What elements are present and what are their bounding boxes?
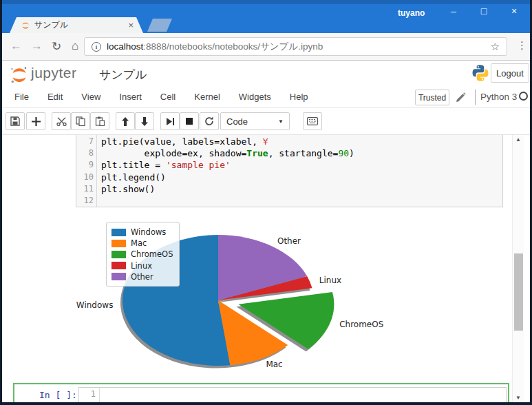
legend-swatch	[111, 262, 126, 269]
pie-label-mac: Mac	[266, 360, 282, 369]
run-cell-button[interactable]	[160, 112, 180, 130]
window-minimize-button[interactable]: –	[446, 6, 461, 17]
browser-profile-label: tuyano	[398, 8, 425, 18]
browser-tab[interactable]: サンプル ×	[10, 17, 143, 33]
page-scrollbar[interactable]: ▲ ▼	[512, 135, 524, 402]
code-line: plt.pie(value, labels=xlabel, ¥	[101, 136, 502, 147]
legend-label: Linux	[131, 261, 152, 271]
new-tab-button[interactable]	[147, 19, 172, 32]
interrupt-kernel-button[interactable]	[180, 112, 199, 130]
menu-item-widgets[interactable]: Widgets	[239, 92, 271, 102]
legend-label: ChromeOS	[131, 249, 173, 259]
legend-label: Windows	[131, 227, 166, 237]
cell-type-select[interactable]: Code ▼	[220, 112, 290, 130]
reload-icon[interactable]: ↻	[52, 39, 61, 54]
paste-cell-button[interactable]	[90, 112, 109, 130]
menu-item-cell[interactable]: Cell	[160, 92, 175, 102]
jupyter-toolbar: Code ▼	[2, 108, 530, 135]
tab-title: サンプル	[34, 19, 128, 31]
url-bar[interactable]: i localhost:8888/notebooks/notebooks/サンプ…	[84, 37, 507, 56]
legend-row: Other	[111, 271, 173, 282]
jupyter-menubar: FileEditViewInsertCellKernelWidgetsHelp …	[2, 87, 530, 108]
restart-kernel-button[interactable]	[200, 112, 219, 130]
legend-swatch	[111, 251, 126, 258]
jupyter-header: jupyter サンプル Logout	[2, 61, 530, 87]
url-text[interactable]: localhost:8888/notebooks/notebooks/サンプル.…	[107, 41, 487, 53]
copy-cell-button[interactable]	[71, 112, 90, 130]
jupyter-logo-word[interactable]: jupyter	[31, 65, 77, 81]
command-palette-button[interactable]	[303, 112, 322, 130]
move-up-icon	[121, 117, 129, 126]
pie-label-windows: Windows	[76, 300, 114, 310]
kernel-status-icon	[519, 92, 528, 101]
code-line: explode=ex, shadow=True, startangle=90)	[101, 147, 502, 159]
scroll-up-icon[interactable]: ▲	[513, 136, 524, 143]
scrollbar-thumb[interactable]	[514, 253, 523, 331]
copy-icon	[76, 116, 85, 126]
code-line: plt.legend()	[101, 172, 502, 183]
run-icon	[166, 117, 175, 126]
add-cell-icon	[32, 117, 41, 126]
edit-pencil-icon[interactable]	[456, 92, 466, 103]
forward-icon[interactable]: →	[31, 39, 43, 53]
save-icon	[10, 116, 20, 126]
tab-close-icon[interactable]: ×	[128, 21, 134, 30]
legend-row: ChromeOS	[111, 249, 173, 260]
url-path: :8888/notebooks/notebooks/サンプル.ipynb	[143, 41, 323, 52]
cell-prompt: In [ ]:	[39, 390, 77, 400]
legend-label: Mac	[131, 238, 147, 248]
menu-item-view[interactable]: View	[81, 92, 100, 102]
paste-icon	[95, 116, 105, 126]
legend-swatch	[111, 229, 126, 236]
bookmark-star-icon[interactable]: ☆	[491, 41, 500, 53]
home-icon[interactable]: ⌂	[72, 39, 78, 53]
legend-row: Linux	[111, 260, 173, 271]
menubar-divider	[475, 90, 476, 105]
page-info-icon[interactable]: i	[92, 42, 101, 52]
back-icon[interactable]: ←	[10, 39, 22, 53]
menu-item-file[interactable]: File	[14, 92, 29, 102]
move-up-button[interactable]	[116, 112, 135, 130]
jupyter-favicon-icon	[21, 21, 30, 30]
browser-titlebar: サンプル × tuyano – □ ×	[0, 0, 532, 33]
interrupt-icon	[185, 117, 193, 125]
cell-type-value: Code	[226, 116, 248, 127]
pie-chart-output: WindowsMacChromeOSLinuxOther WindowsMacC…	[72, 209, 383, 378]
menu-item-edit[interactable]: Edit	[47, 92, 63, 102]
menu-item-help[interactable]: Help	[290, 92, 308, 102]
save-button[interactable]	[6, 112, 25, 130]
menu-item-insert[interactable]: Insert	[119, 92, 142, 102]
cut-cell-button[interactable]	[52, 112, 71, 130]
legend-row: Windows	[111, 227, 173, 238]
pie-label-chromeos: ChromeOS	[339, 320, 383, 329]
empty-code-cell[interactable]: In [ ]: 1	[13, 383, 509, 405]
add-cell-button[interactable]	[26, 112, 45, 130]
legend-row: Mac	[111, 238, 173, 249]
scroll-down-icon[interactable]: ▼	[513, 395, 524, 401]
restart-icon	[204, 116, 214, 126]
legend-label: Other	[131, 272, 153, 282]
kernel-name-label: Python 3	[480, 92, 517, 102]
trusted-button[interactable]: Trusted	[415, 90, 449, 105]
python-logo-icon	[471, 64, 489, 82]
browser-window: サンプル × tuyano – □ × ← → ↻ ⌂ i localhost:…	[0, 0, 532, 405]
move-down-button[interactable]	[135, 112, 154, 130]
move-down-icon	[140, 117, 149, 126]
pie-label-linux: Linux	[319, 276, 341, 285]
code-cell-input[interactable]: 789101112 plt.pie(value, labels=xlabel, …	[76, 135, 503, 207]
empty-cell-line-number: 1	[79, 388, 100, 405]
legend-swatch	[111, 273, 126, 280]
code-line: plt.show()	[101, 183, 502, 195]
code-line-numbers: 789101112	[76, 135, 97, 207]
menu-list: FileEditViewInsertCellKernelWidgetsHelp	[14, 92, 327, 102]
empty-cell-editor[interactable]: 1	[78, 387, 507, 405]
notebook-title[interactable]: サンプル	[99, 67, 147, 83]
code-line	[101, 195, 502, 207]
menu-item-kernel[interactable]: Kernel	[194, 92, 220, 102]
jupyter-logo-icon[interactable]	[10, 65, 29, 85]
window-close-button[interactable]: ×	[507, 6, 522, 17]
legend-swatch	[111, 240, 126, 247]
window-maximize-button[interactable]: □	[476, 6, 491, 17]
browser-menu-icon[interactable]: ⋮	[517, 39, 527, 52]
logout-button[interactable]: Logout	[491, 63, 529, 83]
